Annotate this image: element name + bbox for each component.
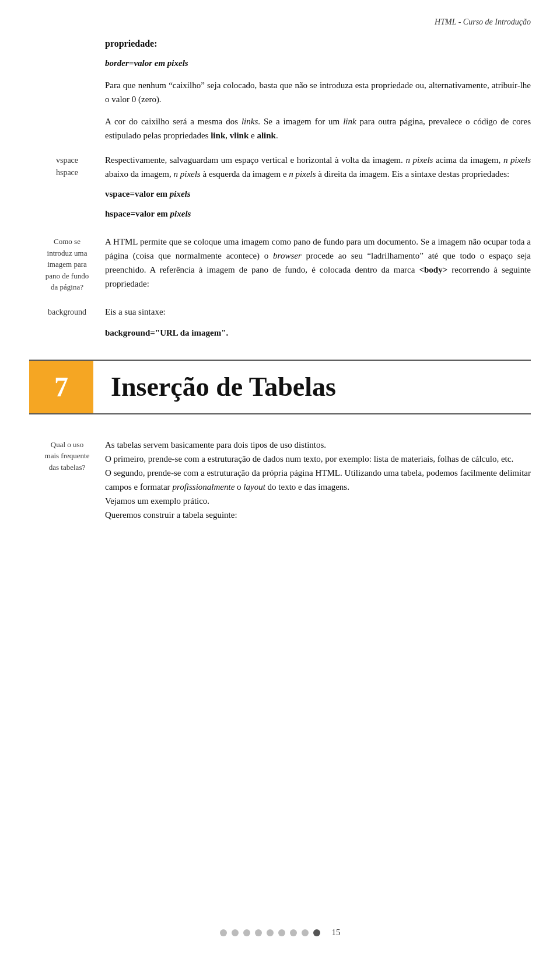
- main-content: propriedade: border=valor em pixels Para…: [0, 39, 560, 522]
- dot-7: [290, 929, 297, 936]
- background-intro-term: Como seintroduz umaimagem parapano de fu…: [29, 235, 105, 293]
- property-title: propriedade:: [105, 39, 531, 49]
- hspace-syntax: hspace=valor em pixels: [105, 207, 531, 221]
- vspace-hspace-term: vspace hspace: [29, 153, 105, 179]
- page-container: HTML - Curso de Introdução propriedade: …: [0, 0, 560, 955]
- dot-4: [255, 929, 262, 936]
- para2-text: A cor do caixilho será a mesma dos links…: [105, 117, 531, 140]
- section-title: Inserção de Tabelas: [111, 371, 336, 402]
- tables-usage-content: As tabelas servem basicamente para dois …: [105, 438, 531, 522]
- vspace-hspace-row: vspace hspace Respectivamente, salvaguar…: [29, 153, 531, 223]
- para1-text: Para que nenhum “caixilho” seja colocado…: [105, 81, 531, 104]
- page-number: 15: [332, 928, 341, 937]
- dot-3: [243, 929, 250, 936]
- dot-5: [267, 929, 274, 936]
- background-intro-content: A HTML permite que se coloque uma imagem…: [105, 235, 531, 291]
- footer-dots: [220, 929, 320, 936]
- vspace-syntax: vspace=valor em pixels: [105, 187, 531, 201]
- section-divider: [29, 413, 531, 414]
- dot-1: [220, 929, 227, 936]
- dot-2: [232, 929, 239, 936]
- para2-block: A cor do caixilho será a mesma dos links…: [105, 114, 531, 142]
- para1-block: Para que nenhum “caixilho” seja colocado…: [105, 78, 531, 106]
- background-syntax: background="URL da imagem".: [105, 326, 531, 340]
- page-footer: 15: [0, 928, 560, 937]
- background-term: background: [29, 305, 105, 318]
- page-header: HTML - Curso de Introdução: [0, 18, 560, 33]
- page-title: HTML - Curso de Introdução: [435, 18, 531, 27]
- tables-usage-row: Qual o usomais frequentedas tabelas? As …: [29, 438, 531, 522]
- tables-usage-term: Qual o usomais frequentedas tabelas?: [29, 438, 105, 473]
- section-7-header: 7 Inserção de Tabelas: [29, 360, 531, 413]
- vspace-hspace-content: Respectivamente, salvaguardam um espaço …: [105, 153, 531, 223]
- background-property-content: Eis a sua sintaxe: background="URL da im…: [105, 305, 531, 342]
- dot-6: [278, 929, 285, 936]
- border-property-label: border=valor em pixels: [105, 58, 188, 68]
- background-property-row: background Eis a sua sintaxe: background…: [29, 305, 531, 342]
- dot-9-active: [313, 929, 320, 936]
- section-number: 7: [29, 361, 93, 413]
- dot-8: [302, 929, 309, 936]
- background-intro-row: Como seintroduz umaimagem parapano de fu…: [29, 235, 531, 293]
- border-property-block: border=valor em pixels: [105, 56, 531, 70]
- section-7-content: Qual o usomais frequentedas tabelas? As …: [29, 426, 531, 522]
